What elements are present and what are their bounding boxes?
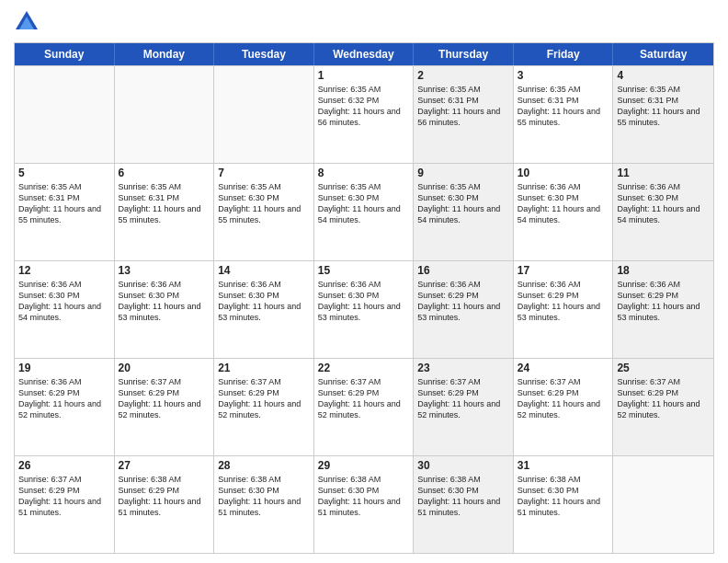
day-number: 13	[119, 264, 210, 277]
calendar-cell: 21Sunrise: 6:37 AMSunset: 6:29 PMDayligh…	[214, 359, 314, 455]
header	[14, 9, 714, 35]
page: SundayMondayTuesdayWednesdayThursdayFrid…	[0, 0, 728, 563]
day-number: 4	[617, 69, 710, 82]
calendar-cell	[115, 66, 215, 163]
cell-info: Sunrise: 6:35 AMSunset: 6:30 PMDaylight:…	[417, 181, 509, 226]
day-number: 10	[518, 167, 609, 179]
cell-info: Sunrise: 6:37 AMSunset: 6:29 PMDaylight:…	[518, 376, 609, 421]
cell-info: Sunrise: 6:35 AMSunset: 6:31 PMDaylight:…	[119, 181, 210, 226]
day-number: 29	[318, 459, 410, 472]
day-number: 30	[417, 459, 509, 472]
day-number: 27	[119, 459, 210, 472]
day-number: 16	[417, 264, 509, 277]
calendar-cell: 25Sunrise: 6:37 AMSunset: 6:29 PMDayligh…	[613, 359, 713, 455]
day-number: 11	[617, 167, 710, 179]
day-number: 6	[119, 167, 210, 179]
cell-info: Sunrise: 6:37 AMSunset: 6:29 PMDaylight:…	[218, 376, 310, 421]
calendar-cell: 13Sunrise: 6:36 AMSunset: 6:30 PMDayligh…	[115, 261, 215, 358]
cell-info: Sunrise: 6:35 AMSunset: 6:31 PMDaylight:…	[518, 84, 609, 129]
calendar-cell: 28Sunrise: 6:38 AMSunset: 6:30 PMDayligh…	[214, 456, 314, 553]
calendar-cell: 16Sunrise: 6:36 AMSunset: 6:29 PMDayligh…	[414, 261, 514, 358]
calendar-cell: 18Sunrise: 6:36 AMSunset: 6:29 PMDayligh…	[613, 261, 713, 358]
cell-info: Sunrise: 6:36 AMSunset: 6:30 PMDaylight:…	[617, 181, 710, 226]
cell-info: Sunrise: 6:38 AMSunset: 6:30 PMDaylight:…	[518, 474, 609, 519]
calendar-cell: 4Sunrise: 6:35 AMSunset: 6:31 PMDaylight…	[613, 66, 713, 163]
calendar-cell: 20Sunrise: 6:37 AMSunset: 6:29 PMDayligh…	[115, 359, 215, 455]
day-number: 1	[318, 69, 410, 82]
calendar-cell: 3Sunrise: 6:35 AMSunset: 6:31 PMDaylight…	[514, 66, 614, 163]
cell-info: Sunrise: 6:36 AMSunset: 6:30 PMDaylight:…	[318, 279, 410, 324]
header-day-thursday: Thursday	[414, 43, 514, 65]
calendar-cell: 14Sunrise: 6:36 AMSunset: 6:30 PMDayligh…	[214, 261, 314, 358]
cell-info: Sunrise: 6:35 AMSunset: 6:31 PMDaylight:…	[617, 84, 710, 129]
day-number: 20	[119, 362, 210, 374]
day-number: 2	[417, 69, 509, 82]
day-number: 22	[318, 362, 410, 374]
day-number: 5	[18, 167, 110, 179]
calendar-cell: 26Sunrise: 6:37 AMSunset: 6:29 PMDayligh…	[15, 456, 115, 553]
day-number: 24	[518, 362, 609, 374]
cell-info: Sunrise: 6:37 AMSunset: 6:29 PMDaylight:…	[119, 376, 210, 421]
cell-info: Sunrise: 6:36 AMSunset: 6:29 PMDaylight:…	[417, 279, 509, 324]
calendar-cell: 17Sunrise: 6:36 AMSunset: 6:29 PMDayligh…	[514, 261, 614, 358]
cell-info: Sunrise: 6:35 AMSunset: 6:30 PMDaylight:…	[218, 181, 310, 226]
cell-info: Sunrise: 6:36 AMSunset: 6:30 PMDaylight:…	[119, 279, 210, 324]
calendar-cell: 19Sunrise: 6:36 AMSunset: 6:29 PMDayligh…	[15, 359, 115, 455]
day-number: 23	[417, 362, 509, 374]
cell-info: Sunrise: 6:36 AMSunset: 6:29 PMDaylight:…	[617, 279, 710, 324]
calendar-week-4: 19Sunrise: 6:36 AMSunset: 6:29 PMDayligh…	[15, 358, 713, 455]
cell-info: Sunrise: 6:37 AMSunset: 6:29 PMDaylight:…	[417, 376, 509, 421]
calendar-cell: 30Sunrise: 6:38 AMSunset: 6:30 PMDayligh…	[414, 456, 514, 553]
calendar-cell	[613, 456, 713, 553]
day-number: 19	[18, 362, 110, 374]
calendar-week-1: 1Sunrise: 6:35 AMSunset: 6:32 PMDaylight…	[15, 65, 713, 163]
calendar-week-5: 26Sunrise: 6:37 AMSunset: 6:29 PMDayligh…	[15, 455, 713, 553]
calendar-cell	[214, 66, 314, 163]
calendar-cell: 23Sunrise: 6:37 AMSunset: 6:29 PMDayligh…	[414, 359, 514, 455]
cell-info: Sunrise: 6:37 AMSunset: 6:29 PMDaylight:…	[617, 376, 710, 421]
calendar-cell	[15, 66, 115, 163]
calendar-cell: 15Sunrise: 6:36 AMSunset: 6:30 PMDayligh…	[314, 261, 415, 358]
header-day-wednesday: Wednesday	[314, 43, 415, 65]
day-number: 31	[518, 459, 609, 472]
cell-info: Sunrise: 6:38 AMSunset: 6:30 PMDaylight:…	[417, 474, 509, 519]
cell-info: Sunrise: 6:38 AMSunset: 6:29 PMDaylight:…	[119, 474, 210, 519]
calendar-header-row: SundayMondayTuesdayWednesdayThursdayFrid…	[15, 43, 713, 65]
calendar-week-2: 5Sunrise: 6:35 AMSunset: 6:31 PMDaylight…	[15, 163, 713, 260]
calendar-cell: 5Sunrise: 6:35 AMSunset: 6:31 PMDaylight…	[15, 164, 115, 260]
day-number: 21	[218, 362, 310, 374]
day-number: 25	[617, 362, 710, 374]
calendar-cell: 29Sunrise: 6:38 AMSunset: 6:30 PMDayligh…	[314, 456, 415, 553]
day-number: 9	[417, 167, 509, 179]
header-day-tuesday: Tuesday	[214, 43, 314, 65]
logo	[14, 9, 43, 35]
header-day-monday: Monday	[115, 43, 215, 65]
calendar-cell: 1Sunrise: 6:35 AMSunset: 6:32 PMDaylight…	[314, 66, 415, 163]
cell-info: Sunrise: 6:38 AMSunset: 6:30 PMDaylight:…	[318, 474, 410, 519]
calendar-cell: 22Sunrise: 6:37 AMSunset: 6:29 PMDayligh…	[314, 359, 415, 455]
cell-info: Sunrise: 6:35 AMSunset: 6:30 PMDaylight:…	[318, 181, 410, 226]
cell-info: Sunrise: 6:37 AMSunset: 6:29 PMDaylight:…	[318, 376, 410, 421]
calendar-cell: 6Sunrise: 6:35 AMSunset: 6:31 PMDaylight…	[115, 164, 215, 260]
cell-info: Sunrise: 6:36 AMSunset: 6:29 PMDaylight:…	[18, 376, 110, 421]
header-day-friday: Friday	[514, 43, 614, 65]
cell-info: Sunrise: 6:36 AMSunset: 6:29 PMDaylight:…	[518, 279, 609, 324]
calendar-cell: 31Sunrise: 6:38 AMSunset: 6:30 PMDayligh…	[514, 456, 614, 553]
cell-info: Sunrise: 6:35 AMSunset: 6:32 PMDaylight:…	[318, 84, 410, 129]
calendar-cell: 8Sunrise: 6:35 AMSunset: 6:30 PMDaylight…	[314, 164, 415, 260]
cell-info: Sunrise: 6:38 AMSunset: 6:30 PMDaylight:…	[218, 474, 310, 519]
calendar: SundayMondayTuesdayWednesdayThursdayFrid…	[14, 42, 714, 554]
day-number: 28	[218, 459, 310, 472]
cell-info: Sunrise: 6:36 AMSunset: 6:30 PMDaylight:…	[518, 181, 609, 226]
day-number: 17	[518, 264, 609, 277]
calendar-cell: 2Sunrise: 6:35 AMSunset: 6:31 PMDaylight…	[414, 66, 514, 163]
calendar-cell: 12Sunrise: 6:36 AMSunset: 6:30 PMDayligh…	[15, 261, 115, 358]
day-number: 12	[18, 264, 110, 277]
calendar-cell: 11Sunrise: 6:36 AMSunset: 6:30 PMDayligh…	[613, 164, 713, 260]
calendar-cell: 27Sunrise: 6:38 AMSunset: 6:29 PMDayligh…	[115, 456, 215, 553]
calendar-body: 1Sunrise: 6:35 AMSunset: 6:32 PMDaylight…	[15, 65, 713, 553]
cell-info: Sunrise: 6:35 AMSunset: 6:31 PMDaylight:…	[417, 84, 509, 129]
day-number: 18	[617, 264, 710, 277]
logo-icon	[14, 9, 40, 35]
day-number: 15	[318, 264, 410, 277]
